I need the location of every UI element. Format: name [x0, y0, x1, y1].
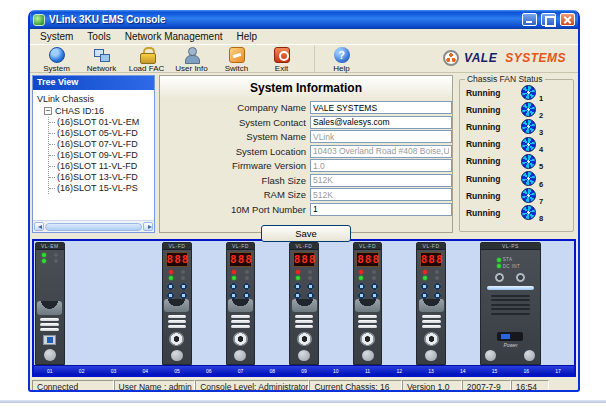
status-led	[181, 270, 185, 274]
module-ring-connector	[424, 332, 439, 346]
field-label: System Location	[160, 146, 310, 157]
chassis-slot[interactable]: VL-PS STA DC INT	[479, 241, 543, 365]
chassis-slot[interactable]: VL-FD 888	[415, 241, 447, 365]
field-input[interactable]	[310, 116, 452, 129]
chassis-slot[interactable]	[66, 241, 98, 365]
tree-slot-item[interactable]: (16)SLOT 07-VL-FD	[49, 139, 154, 150]
title-bar: VLink 3KU EMS Console	[30, 10, 578, 29]
tree-slot-item[interactable]: (16)SLOT 09-VL-FD	[49, 150, 154, 161]
tree-slot-item[interactable]: (16)SLOT 15-VL-PS	[49, 183, 154, 194]
fan-status-group: Chassis FAN Status Running 1 Running	[459, 79, 574, 232]
module-handle	[228, 299, 253, 312]
fan-status-label: Running	[462, 122, 514, 132]
minimize-button[interactable]	[522, 13, 537, 26]
chassis-slot[interactable]	[256, 241, 288, 365]
chassis-slot[interactable]	[383, 241, 415, 365]
menu-item[interactable]: Tools	[80, 31, 117, 42]
slot-number: 15	[479, 366, 511, 375]
scroll-left-icon[interactable]	[34, 222, 44, 231]
menu-item[interactable]: Network Management	[118, 31, 230, 42]
module-label: VL-FD	[354, 243, 382, 250]
chassis-slot[interactable]: VL-FD 888	[352, 241, 384, 365]
module-bottom-knob	[171, 350, 183, 361]
toolbar-button[interactable]: Help	[314, 46, 362, 73]
connector-icon	[230, 283, 237, 290]
close-button[interactable]	[560, 13, 575, 26]
chassis-slot[interactable]	[542, 241, 574, 365]
status-bar-cell: Connected	[32, 380, 114, 392]
chassis-module: VL-FD 888	[162, 242, 192, 365]
tree-slot-item[interactable]: (16)SLOT 05-VL-FD	[49, 128, 154, 139]
chassis-slot[interactable]	[129, 241, 161, 365]
field-input[interactable]	[310, 203, 452, 216]
tree-chassis-node[interactable]: CHAS ID:16	[44, 105, 154, 117]
fan-index: 2	[539, 111, 543, 120]
module-ring-connector	[297, 332, 312, 346]
form-field-row: System Contact	[160, 116, 452, 129]
page-title: System Information	[160, 76, 452, 99]
save-button[interactable]: Save	[261, 225, 351, 242]
toolbar-button-label: Switch	[225, 64, 249, 73]
module-handle	[37, 301, 62, 315]
fan-icon	[521, 188, 536, 203]
module-seven-segment-display: 888	[420, 252, 443, 267]
status-led	[42, 253, 46, 257]
scroll-right-icon[interactable]	[143, 222, 153, 231]
status-led	[296, 276, 300, 280]
field-input[interactable]	[310, 188, 452, 201]
tree-collapse-icon[interactable]	[44, 107, 52, 115]
module-label: VL-FD	[227, 243, 255, 250]
fan-status-label: Running	[462, 174, 514, 184]
slot-number: 03	[98, 366, 130, 375]
form-field-row: Firmware Version	[160, 159, 452, 172]
module-label: VL-PS	[481, 243, 541, 250]
slot-number: 07	[225, 366, 257, 375]
chassis-slot[interactable]	[98, 241, 130, 365]
tree-horizontal-scrollbar[interactable]	[33, 220, 154, 232]
tree-slot-item[interactable]: (16)SLOT 01-VL-EM	[49, 117, 154, 128]
maximize-button[interactable]	[541, 13, 556, 26]
fan-status-label: Running	[462, 139, 514, 149]
status-bar-cell: Version 1.0	[402, 380, 462, 392]
toolbar-button[interactable]: Load FAC	[124, 46, 169, 73]
chassis-slot[interactable]: VL-FD 888	[161, 241, 193, 365]
toolbar-button-label: Network	[87, 64, 116, 73]
field-input[interactable]	[310, 145, 452, 158]
field-input[interactable]	[310, 130, 452, 143]
menu-item[interactable]: System	[33, 31, 80, 42]
toolbar-button[interactable]: System	[34, 46, 79, 73]
toolbar-button[interactable]: Switch	[214, 46, 259, 73]
module-seven-segment-display: 888	[229, 252, 252, 267]
slot-number: 13	[415, 366, 447, 375]
slot-number: 10	[320, 366, 352, 375]
chassis-slot[interactable]: VL-FD 888	[288, 241, 320, 365]
round-button	[524, 350, 535, 361]
power-switch[interactable]	[497, 332, 523, 341]
scrollbar-thumb[interactable]	[45, 223, 142, 231]
fan-status-row: Running 5	[462, 153, 571, 170]
connector-icon	[167, 283, 174, 290]
chassis-slot[interactable]	[320, 241, 352, 365]
chassis-slot[interactable]	[447, 241, 479, 365]
field-input[interactable]	[310, 101, 452, 114]
tree-root-node[interactable]: VLink Chassis	[37, 93, 154, 105]
chassis-slot[interactable]: VL-EM	[34, 241, 66, 365]
toolbar-button[interactable]: User Info	[169, 46, 214, 73]
toolbar-button[interactable]: Exit	[259, 46, 304, 73]
psu-buttons	[485, 350, 535, 361]
menu-item[interactable]: Help	[230, 31, 265, 42]
chassis-slot[interactable]	[193, 241, 225, 365]
connector-icon	[243, 283, 250, 290]
slot-number: 16	[510, 366, 542, 375]
chassis-slot[interactable]: VL-FD 888	[225, 241, 257, 365]
network-icon	[94, 47, 110, 63]
status-led	[232, 270, 236, 274]
field-input[interactable]	[310, 159, 452, 172]
module-vents	[358, 315, 377, 328]
connector-icon	[307, 283, 314, 290]
field-input[interactable]	[310, 174, 452, 187]
tree-slot-item[interactable]: (16)SLOT 13-VL-FD	[49, 172, 154, 183]
psu-connectors	[495, 273, 525, 282]
toolbar-button[interactable]: Network	[79, 46, 124, 73]
tree-slot-item[interactable]: (16)SLOT 11-VL-FD	[49, 161, 154, 172]
